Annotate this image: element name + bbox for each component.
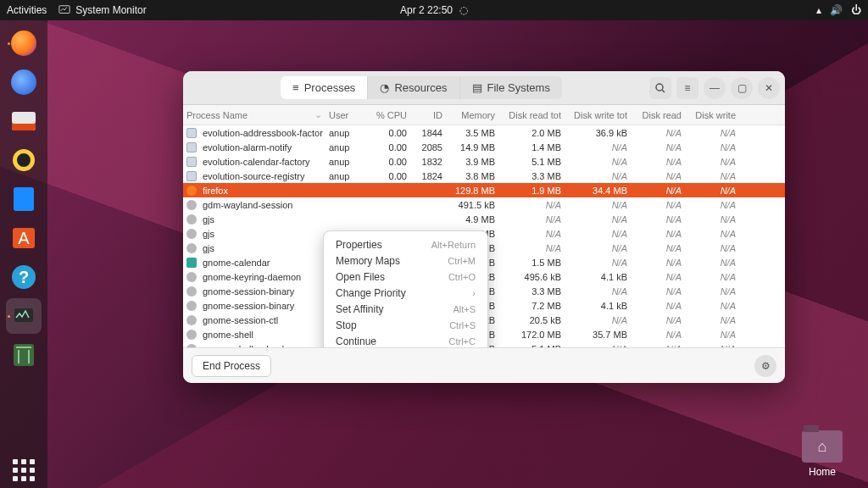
search-icon — [654, 82, 666, 94]
appmenu[interactable]: System Monitor — [58, 4, 146, 16]
window-footer: End Process ⚙ — [183, 347, 785, 383]
list-icon: ≡ — [292, 81, 299, 94]
col-disk-read[interactable]: Disk read — [631, 110, 685, 120]
col-memory[interactable]: Memory — [446, 110, 498, 120]
dock-writer[interactable] — [6, 181, 42, 217]
monitor-icon — [58, 4, 70, 16]
titlebar[interactable]: ≡Processes ◔Resources ▤File Systems ≡ — … — [183, 71, 785, 105]
process-list[interactable]: evolution-addressbook-factoranup0.001844… — [183, 125, 785, 347]
dock-help[interactable]: ? — [6, 259, 42, 295]
tab-processes[interactable]: ≡Processes — [281, 76, 368, 99]
menu-item[interactable]: Memory MapsCtrl+M — [324, 252, 487, 269]
svg-rect-0 — [59, 6, 70, 14]
dock: A ? — [0, 20, 47, 488]
home-icon: ⌂ — [802, 430, 843, 463]
menu-item[interactable]: PropertiesAlt+Return — [324, 236, 487, 252]
menu-item[interactable]: Set AffinityAlt+S — [324, 301, 487, 317]
dock-system-monitor[interactable] — [6, 298, 42, 334]
minimize-button[interactable]: — — [704, 77, 726, 99]
dock-thunderbird[interactable] — [6, 64, 42, 100]
menu-item[interactable]: Change Priority› — [324, 285, 487, 301]
table-row[interactable]: gdm-wayland-session491.5 kBN/AN/AN/AN/A — [183, 197, 785, 212]
sort-indicator: ⌄ — [314, 109, 322, 120]
tab-filesystems[interactable]: ▤File Systems — [460, 76, 562, 99]
dock-trash[interactable] — [6, 337, 42, 373]
context-menu: PropertiesAlt+ReturnMemory MapsCtrl+MOpe… — [323, 230, 488, 347]
view-switcher: ≡Processes ◔Resources ▤File Systems — [281, 76, 562, 99]
col-user[interactable]: User — [326, 110, 366, 120]
desktop-home-folder[interactable]: ⌂ Home — [795, 430, 849, 478]
table-row[interactable]: evolution-calendar-factoryanup0.0018323.… — [183, 154, 785, 169]
appmenu-label: System Monitor — [75, 4, 146, 16]
hamburger-button[interactable]: ≡ — [676, 77, 698, 99]
volume-icon[interactable]: 🔊 — [830, 4, 843, 16]
clock[interactable]: Apr 2 22:50 — [400, 4, 453, 16]
power-icon[interactable]: ⏻ — [851, 4, 861, 16]
dock-firefox[interactable] — [6, 25, 42, 61]
menu-icon: ≡ — [684, 82, 690, 94]
table-row[interactable]: evolution-source-registryanup0.0018243.8… — [183, 169, 785, 183]
col-disk-read-total[interactable]: Disk read tot — [498, 110, 565, 120]
gauge-icon: ◔ — [380, 81, 389, 94]
close-button[interactable]: ✕ — [758, 77, 780, 99]
col-name[interactable]: Process Name — [186, 110, 248, 120]
menu-item[interactable]: ContinueCtrl+C — [324, 333, 487, 347]
dock-files[interactable] — [6, 103, 42, 139]
col-cpu[interactable]: % CPU — [366, 110, 410, 120]
col-disk-write[interactable]: Disk write — [685, 110, 739, 120]
desktop-home-label: Home — [795, 466, 849, 478]
col-disk-write-total[interactable]: Disk write tot — [565, 110, 631, 120]
show-applications[interactable] — [13, 459, 35, 481]
table-row[interactable]: firefox129.8 MB1.9 MB34.4 MBN/AN/A — [183, 183, 785, 197]
column-header[interactable]: Process Name⌄ User % CPU ID Memory Disk … — [183, 105, 785, 125]
search-button[interactable] — [649, 77, 671, 99]
top-bar: Activities System Monitor Apr 2 22:50 ◌ … — [0, 0, 868, 20]
dock-rhythmbox[interactable] — [6, 142, 42, 178]
dock-software[interactable]: A — [6, 220, 42, 256]
table-row[interactable]: evolution-addressbook-factoranup0.001844… — [183, 125, 785, 140]
table-row[interactable]: evolution-alarm-notifyanup0.00208514.9 M… — [183, 140, 785, 154]
system-monitor-window: ≡Processes ◔Resources ▤File Systems ≡ — … — [183, 71, 785, 383]
maximize-button[interactable]: ▢ — [731, 77, 753, 99]
activities-button[interactable]: Activities — [7, 4, 47, 16]
preferences-button[interactable]: ⚙ — [754, 355, 776, 377]
menu-item[interactable]: StopCtrl+S — [324, 317, 487, 333]
menu-item[interactable]: Open FilesCtrl+O — [324, 269, 487, 285]
end-process-button[interactable]: End Process — [192, 355, 271, 377]
svg-point-2 — [656, 84, 663, 91]
col-id[interactable]: ID — [410, 110, 446, 120]
tab-resources[interactable]: ◔Resources — [368, 76, 459, 99]
table-row[interactable]: gjs4.9 MBN/AN/AN/AN/A — [183, 212, 785, 226]
disk-icon: ▤ — [472, 81, 482, 94]
gear-icon: ⚙ — [761, 360, 771, 372]
notifications-icon[interactable]: ◌ — [459, 4, 468, 16]
network-icon[interactable]: ▴ — [816, 4, 821, 16]
